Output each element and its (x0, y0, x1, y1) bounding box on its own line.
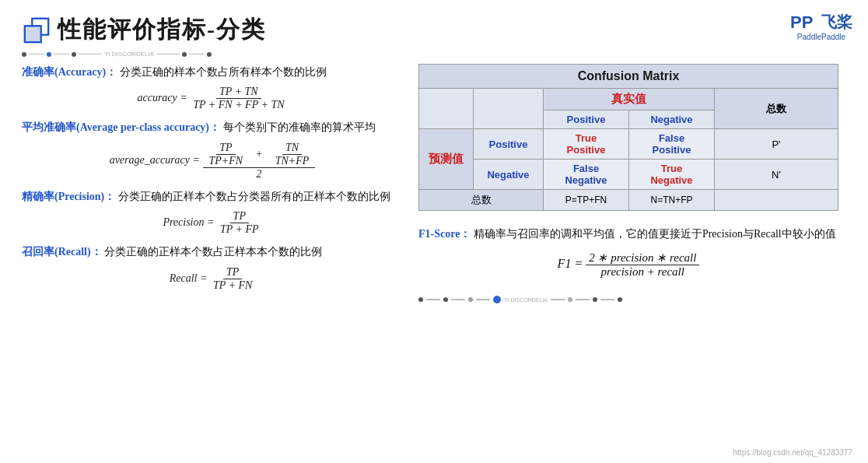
total-header: 总数 (715, 89, 838, 129)
positive-col-header: Positive (544, 110, 629, 129)
svg-rect-1 (25, 26, 41, 42)
total-corner (715, 190, 838, 211)
logo-area: PP 飞桨 PaddlePaddle (790, 11, 852, 41)
matrix-table: 真实值 总数 Positive Negative (418, 88, 838, 211)
accuracy-section: 准确率(Accuracy)： 分类正确的样本个数占所有样本个数的比例 (22, 64, 403, 81)
total-p-cell: P=TP+FN (544, 190, 629, 211)
avg-accuracy-desc: 每个类别下的准确率的算术平均 (223, 121, 376, 133)
header-icon (22, 16, 51, 45)
predicted-label: 预测值 (419, 129, 474, 190)
matrix-header-row: 真实值 总数 (419, 89, 838, 110)
dot2 (47, 52, 51, 57)
negative-col-header: Negative (629, 110, 715, 129)
avg-accuracy-title: 平均准确率(Average per-class accuracy)： (22, 121, 220, 133)
dot1 (22, 52, 26, 57)
main-page: 性能评价指标-分类 PP 飞桨 PaddlePaddle YI DISCORDE… (0, 0, 868, 463)
true-value-header: 真实值 (544, 89, 715, 110)
line4 (156, 54, 180, 55)
matrix-corner-top (419, 89, 474, 129)
f1-title: F1-Score： (418, 228, 471, 240)
page-title: 性能评价指标-分类 (58, 14, 266, 46)
url-text: https://blog.csdn.net/qq_41283377 (733, 448, 852, 457)
f1-section: F1-Score： 精确率与召回率的调和平均值，它的值更接近于Precision… (418, 225, 838, 279)
cell-true-positive: TruePositive (544, 129, 629, 160)
logo-text: 飞桨 (821, 12, 852, 33)
recall-text: 召回率(Recall)： 分类正确的正样本个数占正样本本个数的比例 (22, 244, 403, 261)
matrix-title: Confusion Matrix (418, 64, 838, 88)
total-n-cell: N=TN+FP (629, 190, 715, 211)
cell-true-negative: TrueNegative (629, 160, 715, 190)
n-prime-cell: N' (715, 160, 838, 190)
precision-formula: Precision = TP TP + FP (22, 210, 403, 236)
precision-title: 精确率(Precision)： (22, 191, 115, 202)
negative-row-label: Negative (474, 160, 544, 190)
dot4 (182, 52, 187, 57)
matrix-corner-mid (474, 89, 544, 129)
accuracy-title: 准确率(Accuracy)： (22, 66, 117, 78)
svg-text:PP: PP (790, 12, 813, 32)
precision-section: 精确率(Precision)： 分类正确的正样本个数占分类器所有的正样本个数的比… (22, 188, 403, 205)
line3 (79, 54, 102, 55)
cell-false-negative: FalseNegative (544, 160, 629, 190)
total-row-label: 总数 (419, 190, 544, 211)
dot5 (207, 52, 212, 57)
accuracy-formula: accuracy = TP + TN TP + FN + FP + TN (22, 86, 403, 111)
confusion-matrix: Confusion Matrix 真实值 总数 Positive (418, 64, 838, 211)
recall-desc: 分类正确的正样本个数占正样本本个数的比例 (104, 246, 322, 258)
divider-line: YI DISCORDELIA (22, 51, 846, 58)
header: 性能评价指标-分类 (22, 14, 846, 46)
positive-row-label: Positive (474, 129, 544, 160)
logo-subtext: PaddlePaddle (797, 33, 845, 41)
matrix-positive-row: 预测值 Positive TruePositive FalsePositive … (419, 129, 838, 160)
accuracy-text: 准确率(Accuracy)： 分类正确的样本个数占所有样本个数的比例 (22, 64, 403, 81)
watermark-bottom: YI DISCORDELIA (504, 297, 548, 303)
recall-section: 召回率(Recall)： 分类正确的正样本个数占正样本本个数的比例 (22, 244, 403, 261)
main-content: 准确率(Accuracy)： 分类正确的样本个数占所有样本个数的比例 accur… (22, 64, 846, 303)
bottom-divider-right: YI DISCORDELIA (418, 296, 838, 303)
accuracy-desc: 分类正确的样本个数占所有样本个数的比例 (120, 66, 327, 78)
f1-text: F1-Score： 精确率与召回率的调和平均值，它的值更接近于Precision… (418, 225, 838, 243)
precision-desc: 分类正确的正样本个数占分类器所有的正样本个数的比例 (118, 191, 390, 202)
line1 (29, 54, 44, 55)
dot3 (72, 52, 76, 57)
avg-accuracy-section: 平均准确率(Average per-class accuracy)： 每个类别下… (22, 119, 403, 136)
paddle-logo-icon: PP (790, 11, 818, 33)
p-prime-cell: P' (715, 129, 838, 160)
f1-formula: F1 = 2 ∗ precision ∗ recall precision + … (418, 251, 838, 279)
matrix-total-row: 总数 P=TP+FN N=TN+FP (419, 190, 838, 211)
avg-accuracy-text: 平均准确率(Average per-class accuracy)： 每个类别下… (22, 119, 403, 136)
recall-formula: Recall = TP TP + FN (22, 266, 403, 292)
avg-accuracy-formula: average_accuracy = TP TP+FN + TN TN+FP (22, 142, 403, 181)
recall-title: 召回率(Recall)： (22, 246, 102, 258)
line2 (54, 54, 69, 55)
line5 (189, 54, 205, 55)
matrix-negative-row: Negative FalseNegative TrueNegative N' (419, 160, 838, 190)
cell-false-positive: FalsePositive (629, 129, 715, 160)
f1-desc: 精确率与召回率的调和平均值，它的值更接近于Precision与Recall中较小… (474, 228, 836, 240)
right-column: Confusion Matrix 真实值 总数 Positive (418, 64, 838, 303)
watermark-left: YI DISCORDELIA (104, 51, 154, 58)
precision-text: 精确率(Precision)： 分类正确的正样本个数占分类器所有的正样本个数的比… (22, 188, 403, 205)
left-column: 准确率(Accuracy)： 分类正确的样本个数占所有样本个数的比例 accur… (22, 64, 403, 303)
